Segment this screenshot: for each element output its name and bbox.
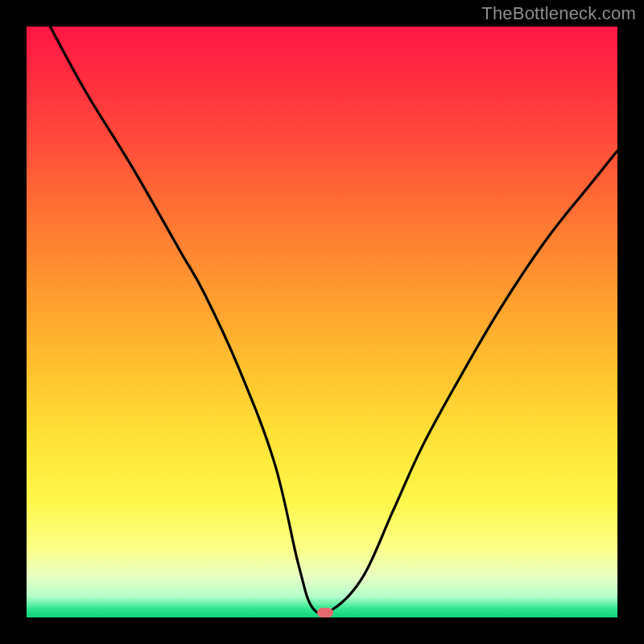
plot-area <box>27 27 617 617</box>
bottleneck-curve <box>27 27 617 617</box>
chart-frame: TheBottleneck.com <box>0 0 644 644</box>
watermark-text: TheBottleneck.com <box>481 3 636 24</box>
optimal-marker <box>317 608 333 617</box>
